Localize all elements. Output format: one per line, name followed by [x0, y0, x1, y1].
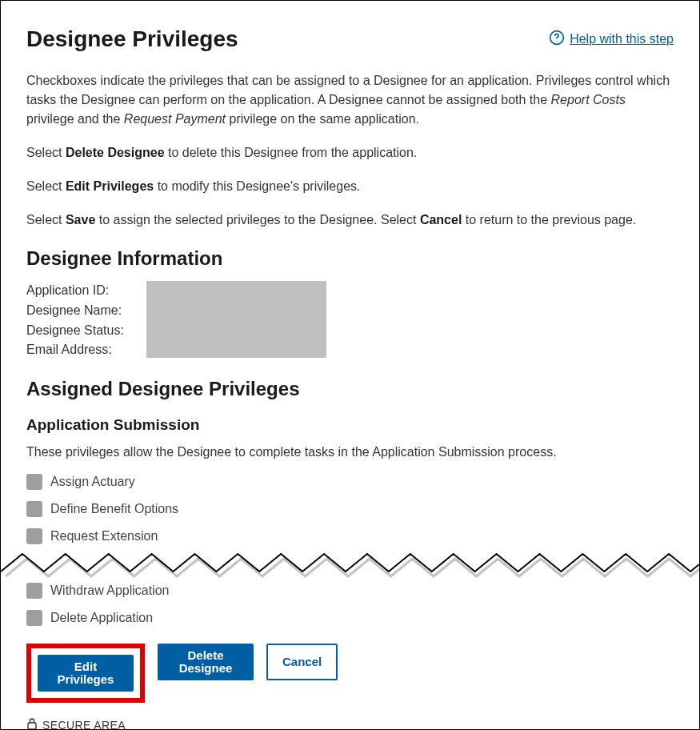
intro-p1: Checkboxes indicate the privileges that …	[26, 71, 674, 129]
page-frame: Designee Privileges Help with this step …	[0, 0, 700, 730]
button-row: Edit Privileges Delete Designee Cancel	[26, 644, 674, 703]
truncation-zigzag	[1, 551, 699, 578]
label-designee-status: Designee Status:	[26, 321, 124, 341]
checkbox-icon[interactable]	[26, 528, 42, 544]
checkbox-icon[interactable]	[26, 583, 42, 599]
header-row: Designee Privileges Help with this step	[26, 25, 674, 71]
lock-icon	[26, 717, 38, 730]
designee-info-heading: Designee Information	[26, 247, 674, 270]
edit-privileges-button[interactable]: Edit Privileges	[38, 655, 134, 692]
delete-designee-button[interactable]: Delete Designee	[158, 644, 254, 680]
checkbox-icon[interactable]	[26, 474, 42, 490]
subsection-title: Application Submission	[26, 416, 674, 434]
privilege-label: Withdraw Application	[50, 584, 170, 598]
help-link[interactable]: Help with this step	[549, 30, 674, 49]
svg-rect-2	[28, 723, 36, 729]
privilege-list-top: Assign Actuary Define Benefit Options Re…	[26, 474, 674, 544]
help-link-label: Help with this step	[570, 32, 674, 46]
privilege-list-bottom: Withdraw Application Delete Application	[26, 583, 674, 626]
privilege-item[interactable]: Assign Actuary	[26, 474, 674, 490]
intro-text: Checkboxes indicate the privileges that …	[26, 71, 674, 230]
checkbox-icon[interactable]	[26, 610, 42, 626]
intro-p4: Select Save to assign the selected privi…	[26, 211, 674, 230]
svg-point-1	[557, 41, 558, 42]
designee-info-block: Application ID: Designee Name: Designee …	[26, 281, 674, 360]
secure-area-footer: SECURE AREA	[26, 717, 674, 730]
edit-privileges-highlight: Edit Privileges	[26, 644, 145, 703]
privilege-item[interactable]: Define Benefit Options	[26, 501, 674, 517]
assigned-heading: Assigned Designee Privileges	[26, 378, 674, 400]
privilege-item[interactable]: Request Extension	[26, 528, 674, 544]
label-designee-name: Designee Name:	[26, 301, 124, 321]
cancel-button[interactable]: Cancel	[266, 644, 338, 680]
label-email-address: Email Address:	[26, 340, 124, 360]
privilege-item[interactable]: Delete Application	[26, 610, 674, 626]
intro-p3: Select Edit Privileges to modify this De…	[26, 177, 674, 196]
checkbox-icon[interactable]	[26, 501, 42, 517]
privilege-item[interactable]: Withdraw Application	[26, 583, 674, 599]
label-application-id: Application ID:	[26, 281, 124, 301]
privilege-label: Delete Application	[50, 611, 153, 625]
page-title: Designee Privileges	[26, 26, 238, 52]
intro-p2: Select Delete Designee to delete this De…	[26, 143, 674, 162]
subsection-desc: These privileges allow the Designee to c…	[26, 445, 674, 459]
privilege-label: Request Extension	[50, 529, 158, 543]
privilege-label: Assign Actuary	[50, 475, 135, 489]
privilege-label: Define Benefit Options	[50, 502, 178, 516]
help-icon	[549, 30, 565, 49]
designee-info-labels: Application ID: Designee Name: Designee …	[26, 281, 124, 360]
secure-area-label: SECURE AREA	[42, 719, 126, 730]
designee-info-values-redacted	[146, 281, 326, 358]
